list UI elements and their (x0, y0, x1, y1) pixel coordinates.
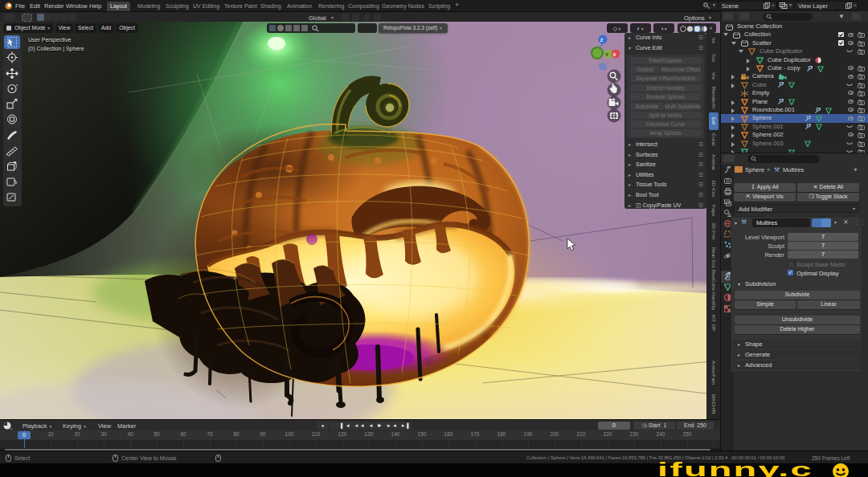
svg-text:Z: Z (600, 38, 604, 43)
svg-text:X: X (612, 52, 616, 57)
svg-text:Y: Y (605, 52, 608, 57)
